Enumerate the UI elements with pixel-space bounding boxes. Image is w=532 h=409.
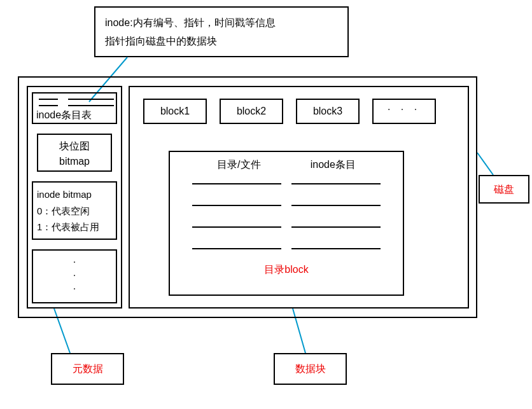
block3-label: block3 [313,106,342,116]
inode-bitmap-line0: 0：代表空闲 [37,203,112,219]
inode-table-label: inode条目表 [36,109,113,122]
callout-line1: inode:内有编号、指针，时间戳等信息 [105,14,338,32]
metadata-dots-box: · · · [32,249,117,303]
dir-header-right: inode条目 [311,158,356,172]
block1-box: block1 [143,99,207,124]
block-dots-box: · · · [372,99,436,124]
inode-bitmap-box: inode bitmap 0：代表空闲 1：代表被占用 [32,181,117,240]
svg-line-1 [477,153,493,175]
block-bitmap-line2: bitmap [38,154,111,169]
datablock-label-box: 数据块 [274,353,347,385]
disk-label-box: 磁盘 [479,175,529,204]
disk-label: 磁盘 [494,184,514,195]
inode-bitmap-title: inode bitmap [37,186,112,203]
directory-block: 目录/文件 inode条目 目录block [169,151,404,296]
dir-header-left: 目录/文件 [217,158,260,172]
block-bitmap-box: 块位图 bitmap [37,134,112,172]
block-bitmap-line1: 块位图 [38,139,111,154]
inode-table-box: inode条目表 [32,92,117,124]
block2-box: block2 [220,99,283,124]
metadata-label: 元数据 [73,363,103,374]
block3-box: block3 [296,99,360,124]
block1-label: block1 [160,106,190,116]
block2-label: block2 [237,106,266,116]
metadata-dots: · · · [33,256,116,295]
block-dots-label: · · · [388,104,421,114]
datablock-label: 数据块 [295,363,326,374]
inode-callout: inode:内有编号、指针，时间戳等信息 指针指向磁盘中的数据块 [94,6,349,57]
inode-bitmap-line1: 1：代表被占用 [37,219,112,235]
metadata-label-box: 元数据 [51,353,124,385]
dir-block-caption: 目录block [192,263,381,277]
callout-line2: 指针指向磁盘中的数据块 [105,32,338,51]
